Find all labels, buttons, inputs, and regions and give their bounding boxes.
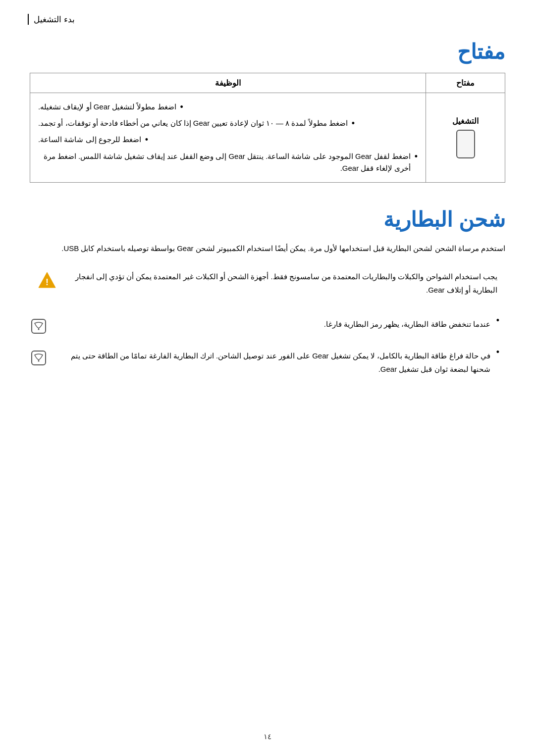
page-container: بدء التشغيل مفتاح مفتاح الوظيفة التشغيل	[0, 0, 535, 756]
section-miftah-title: مفتاح	[30, 40, 505, 64]
table-header-function: الوظيفة	[30, 73, 426, 93]
note-text-1: عندما تنخفض طاقة البطارية، يظهر رمز البط…	[54, 317, 490, 331]
note-icon-1	[30, 318, 47, 335]
page-header: بدء التشغيل	[0, 0, 535, 30]
charging-note-2: في حالة فراغ طاقة البطارية بالكامل، لا ي…	[30, 342, 490, 383]
function-item-3: اضغط للرجوع إلى شاشة الساعة.	[38, 132, 418, 148]
section-miftah: مفتاح مفتاح الوظيفة التشغيل	[30, 40, 505, 183]
key-shape-icon	[456, 130, 475, 158]
miftah-table: مفتاح الوظيفة التشغيل اضغط مطولاً لتشغيل…	[30, 73, 505, 183]
note-box-1: عندما تنخفض طاقة البطارية، يظهر رمز البط…	[30, 317, 490, 335]
section-charging-title: شحن البطارية	[30, 207, 505, 232]
warning-svg: !	[38, 271, 56, 290]
charging-notes-list: عندما تنخفض طاقة البطارية، يظهر رمز البط…	[30, 310, 505, 383]
charging-note-1: عندما تنخفض طاقة البطارية، يظهر رمز البط…	[30, 310, 490, 342]
note-box-2: في حالة فراغ طاقة البطارية بالكامل، لا ي…	[30, 349, 490, 376]
svg-point-5	[38, 360, 40, 361]
functions-list: اضغط مطولاً لتشغيل Gear أو لإيقاف تشغيله…	[38, 99, 418, 176]
function-item-2: اضغط مطولاً لمدة ٨ — ١٠ ثوان لإعادة تعيي…	[38, 115, 418, 132]
table-cell-key: التشغيل	[426, 93, 505, 183]
content-area: مفتاح مفتاح الوظيفة التشغيل	[0, 30, 535, 412]
warning-text: يجب استخدام الشواحن والكبلات والبطاريات …	[63, 270, 497, 297]
section-charging: شحن البطارية استخدم مرساة الشحن لشحن الب…	[30, 207, 505, 383]
svg-rect-2	[32, 319, 46, 333]
warning-box: ! يجب استخدام الشواحن والكبلات والبطاريا…	[30, 265, 505, 302]
header-divider	[28, 14, 29, 25]
warning-triangle-icon: !	[38, 271, 56, 290]
note-svg-1	[31, 318, 47, 334]
svg-point-3	[38, 328, 40, 330]
table-row: التشغيل اضغط مطولاً لتشغيل Gear أو لإيقا…	[30, 93, 505, 183]
table-cell-functions: اضغط مطولاً لتشغيل Gear أو لإيقاف تشغيله…	[30, 93, 426, 183]
note-svg-2	[31, 350, 47, 366]
svg-text:!: !	[46, 277, 49, 287]
page-label-container: بدء التشغيل	[24, 14, 75, 25]
table-header-miftah: مفتاح	[426, 73, 505, 93]
key-label: التشغيل	[434, 116, 497, 126]
function-item-4: اضغط لقفل Gear الموجود على شاشة الساعة. …	[38, 149, 418, 176]
function-item-1: اضغط مطولاً لتشغيل Gear أو لإيقاف تشغيله…	[38, 99, 418, 115]
page-label: بدء التشغيل	[34, 14, 75, 25]
note-icon-2	[30, 350, 47, 367]
charging-intro: استخدم مرساة الشحن لشحن البطارية قبل است…	[30, 242, 505, 255]
page-number: ١٤	[264, 732, 271, 741]
note-text-2: في حالة فراغ طاقة البطارية بالكامل، لا ي…	[54, 349, 490, 376]
svg-rect-4	[32, 351, 46, 365]
